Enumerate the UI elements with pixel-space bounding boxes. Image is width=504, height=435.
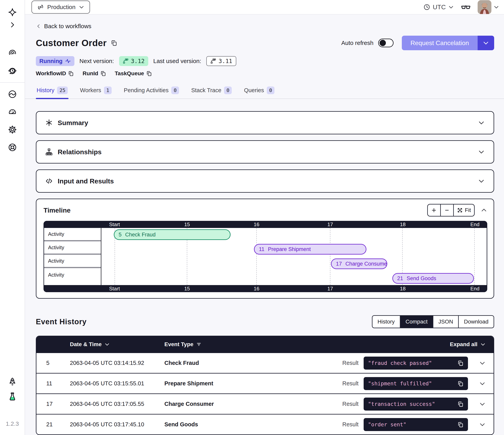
timeline-bar-charge-consumer[interactable]: 17Charge Consumer: [331, 259, 387, 269]
axis-tick: End: [470, 222, 479, 228]
temporal-logo-icon[interactable]: [6, 6, 19, 19]
result-label: Result: [342, 360, 364, 366]
timeline-card: Timeline Fit: [36, 199, 494, 299]
event-row[interactable]: 5 2063-04-05 UTC 03:14:15.92 Check Fraud…: [36, 352, 494, 373]
event-row[interactable]: 21 2063-04-05 UTC 03:17:45.10 Send Goods…: [36, 414, 494, 435]
axis-tick: 18: [400, 222, 405, 228]
sidebar-item-namespaces-icon[interactable]: [6, 88, 19, 101]
copy-icon: [146, 71, 152, 76]
cancelation-menu-button[interactable]: [478, 36, 494, 50]
sidebar-item-workflows-icon[interactable]: [6, 47, 19, 59]
timeline-plot: 5Check Fraud 11Prepare Shipment 17Ch: [101, 228, 487, 285]
tab-workers[interactable]: Workers1: [79, 85, 112, 99]
user-menu[interactable]: [478, 0, 499, 14]
task-queue-copy[interactable]: TaskQueue: [115, 70, 152, 77]
axis-tick: 18: [400, 286, 405, 292]
settings-gear-icon[interactable]: [6, 123, 19, 136]
branch-icon: [123, 58, 129, 64]
chevron-down-icon[interactable]: [478, 119, 485, 126]
event-history-view-switcher: History Compact JSON Download: [372, 315, 494, 328]
avatar[interactable]: [478, 0, 491, 14]
timeline-bar-prepare-shipment[interactable]: 11Prepare Shipment: [254, 244, 366, 255]
labs-glasses-icon[interactable]: [461, 2, 471, 12]
timeline-row-label: Activity: [44, 228, 101, 241]
tab-stack-trace[interactable]: Stack Trace0: [190, 85, 233, 99]
chevron-down-icon[interactable]: [478, 177, 485, 185]
event-datetime: 2063-04-05 UTC 03:17:45.10: [70, 421, 164, 428]
expand-all-button[interactable]: Expand all: [346, 341, 486, 348]
event-history-table: Date & Time Event Type Expand all 5 2063…: [36, 336, 494, 435]
auto-refresh-toggle[interactable]: [378, 39, 394, 47]
chevron-down-icon: [104, 342, 110, 347]
axis-tick: 17: [327, 286, 333, 292]
tab-history[interactable]: History25: [36, 85, 69, 99]
column-event-type[interactable]: Event Type: [164, 341, 346, 348]
tab-pending-activities[interactable]: Pending Activities0: [123, 85, 180, 99]
next-version-badge: 3.12: [119, 56, 148, 66]
axis-tick: Start: [109, 222, 120, 228]
getting-started-rocket-icon[interactable]: [6, 376, 19, 388]
event-datetime: 2063-04-05 UTC 03:17:05.55: [70, 401, 164, 407]
summary-section[interactable]: Summary: [36, 111, 494, 134]
copy-result-icon[interactable]: [457, 380, 464, 387]
copy-title-icon[interactable]: [111, 40, 117, 46]
timeline-chart: Start 15 16 17 18 End Activity Activity: [44, 221, 487, 292]
timeline-bar-check-fraud[interactable]: 5Check Fraud: [114, 229, 231, 240]
zoom-in-button[interactable]: [428, 204, 441, 216]
event-datetime: 2063-04-05 UTC 03:15:55.01: [70, 380, 164, 387]
zoom-out-button[interactable]: [441, 204, 454, 216]
download-button[interactable]: Download: [459, 316, 494, 328]
result-code-pill: "shipment fulfilled": [364, 377, 468, 390]
request-cancelation-split-button: Request Cancelation: [402, 36, 494, 50]
copy-icon: [100, 71, 106, 76]
chevron-down-icon: [79, 4, 84, 10]
result-label: Result: [342, 421, 364, 428]
input-results-section[interactable]: Input and Results: [36, 169, 494, 193]
row-expand-chevron-down-icon[interactable]: [468, 401, 486, 407]
row-expand-chevron-down-icon[interactable]: [468, 421, 486, 428]
workflow-id-copy[interactable]: WorkflowID: [36, 70, 74, 77]
event-id: 17: [46, 401, 70, 407]
support-lifebuoy-icon[interactable]: [6, 141, 19, 154]
run-id-copy[interactable]: RunId: [82, 70, 106, 77]
tab-count-badge: 0: [224, 86, 232, 94]
content: Back to workflows Customer Order Auto re…: [25, 15, 504, 435]
event-row[interactable]: 11 2063-04-05 UTC 03:15:55.01 Prepare Sh…: [36, 373, 494, 393]
timeline-bar-send-goods[interactable]: 21Send Goods: [392, 273, 474, 284]
timeline-title: Timeline: [44, 206, 71, 214]
zoom-fit-button[interactable]: Fit: [454, 204, 474, 216]
labs-flask-icon[interactable]: [6, 390, 19, 403]
row-expand-chevron-down-icon[interactable]: [468, 380, 486, 387]
event-id: 5: [46, 360, 70, 366]
result-code-pill: "order sent": [364, 418, 468, 431]
timezone-selector[interactable]: UTC: [423, 4, 454, 11]
copy-result-icon[interactable]: [457, 360, 464, 366]
chevron-down-icon: [480, 342, 486, 347]
column-date-time[interactable]: Date & Time: [70, 341, 164, 348]
result-code-pill: "fraud check passed": [364, 357, 468, 370]
page-title: Customer Order: [36, 38, 107, 48]
namespace-selector[interactable]: Production: [32, 0, 90, 14]
copy-result-icon[interactable]: [457, 401, 464, 407]
back-to-workflows-link[interactable]: Back to workflows: [36, 23, 91, 29]
timeline-zoom-controls: Fit: [427, 204, 475, 216]
copy-result-icon[interactable]: [457, 421, 464, 428]
row-expand-chevron-down-icon[interactable]: [468, 360, 486, 366]
relationships-section[interactable]: Relationships: [36, 140, 494, 164]
sidebar-item-usage-icon[interactable]: [6, 106, 19, 118]
view-json-button[interactable]: JSON: [433, 316, 459, 328]
event-type: Prepare Shipment: [164, 380, 342, 387]
copy-icon: [68, 71, 74, 76]
view-compact-button[interactable]: Compact: [400, 316, 433, 328]
sidebar-expand-chevron-right-icon[interactable]: [6, 19, 19, 31]
sidebar-item-schedules-icon[interactable]: [6, 65, 19, 77]
view-history-button[interactable]: History: [372, 316, 400, 328]
pulse-icon: [65, 58, 71, 64]
axis-tick: 16: [253, 286, 259, 292]
chevron-down-icon[interactable]: [478, 148, 485, 156]
tab-queries[interactable]: Queries0: [243, 85, 275, 99]
event-row[interactable]: 17 2063-04-05 UTC 03:17:05.55 Charge Con…: [36, 393, 494, 414]
timeline-collapse-chevron-up-icon[interactable]: [481, 207, 487, 213]
request-cancelation-button[interactable]: Request Cancelation: [402, 36, 478, 50]
axis-tick: Start: [109, 286, 120, 292]
